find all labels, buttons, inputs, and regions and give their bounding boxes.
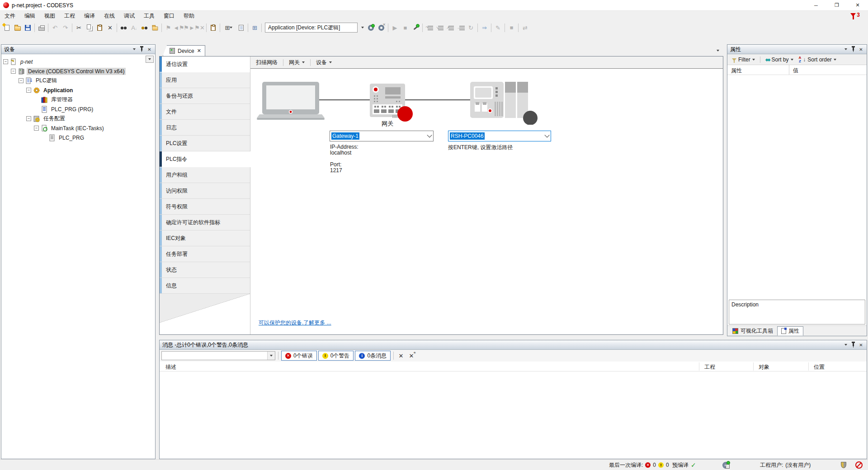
notification-funnel[interactable]: 3: [850, 12, 860, 18]
device-menu-button[interactable]: 设备: [312, 58, 336, 67]
show-next-statement-button[interactable]: ⇒: [479, 23, 490, 33]
nav-access-rights[interactable]: 访问权限: [160, 183, 250, 199]
device-security-link[interactable]: 可以保护您的设备.了解更多 ...: [259, 319, 331, 327]
tree-item-library-manager[interactable]: 库管理器: [1, 95, 155, 104]
edit-mode-status[interactable]: [855, 460, 863, 470]
new-object-button[interactable]: [236, 23, 246, 33]
step-into-button[interactable]: ↘: [434, 23, 445, 33]
nav-symbol-rights[interactable]: 符号权限: [160, 199, 250, 215]
menu-window[interactable]: 窗口: [159, 11, 179, 21]
clear-messages-button[interactable]: ✕: [396, 351, 406, 360]
nav-status[interactable]: 状态: [160, 262, 250, 278]
tree-item-task-pou[interactable]: PLC_PRG: [1, 133, 155, 142]
nav-licensed-software-metrics[interactable]: 确定许可证的软件指标: [160, 215, 250, 230]
properties-grid-button[interactable]: ⊞: [250, 23, 260, 33]
collapse-icon[interactable]: −: [3, 59, 8, 64]
tab-list-dropdown[interactable]: [714, 47, 722, 54]
collapse-icon[interactable]: −: [34, 126, 39, 131]
devices-view-dropdown[interactable]: [146, 56, 154, 63]
bookmark-clear-button[interactable]: ⚑✕: [194, 23, 205, 33]
nav-backup-restore[interactable]: 备份与还原: [160, 88, 250, 104]
tree-item-project[interactable]: − p-net: [1, 57, 155, 66]
logout-button[interactable]: [376, 23, 387, 33]
copy-button[interactable]: [84, 23, 94, 33]
redo-button[interactable]: ↷: [60, 23, 71, 33]
menu-online[interactable]: 在线: [99, 11, 119, 21]
devices-panel-pin-button[interactable]: [138, 46, 146, 53]
nav-information[interactable]: 信息: [160, 278, 250, 294]
tree-item-task-configuration[interactable]: − 任务配置: [1, 114, 155, 123]
clear-all-messages-button[interactable]: ✕✳: [407, 351, 416, 360]
security-status[interactable]: [841, 460, 846, 470]
filter-dropdown[interactable]: Filter: [730, 56, 757, 64]
refresh-button[interactable]: ⇄: [520, 23, 530, 33]
gateway-select[interactable]: Gateway-1: [330, 131, 434, 141]
nav-communication-settings[interactable]: 通信设置: [160, 56, 250, 72]
undo-button[interactable]: ↶: [50, 23, 60, 33]
device-select[interactable]: RSH-PC0046: [448, 131, 551, 141]
cut-button[interactable]: ✂: [74, 23, 84, 33]
run-to-cursor-button[interactable]: →: [455, 23, 466, 33]
tab-visualization-toolbox[interactable]: 可视化工具箱: [728, 326, 777, 336]
collapse-icon[interactable]: −: [19, 78, 24, 83]
watch-list-button[interactable]: ≡: [506, 23, 517, 33]
errors-filter-button[interactable]: ✕ 0个错误: [281, 351, 317, 361]
sort-order-dropdown[interactable]: AZ↓ Sort order: [797, 55, 838, 64]
find-button[interactable]: [118, 23, 129, 33]
bookmark-toggle-button[interactable]: ⚑: [163, 23, 174, 33]
messages-filter-button[interactable]: i 0条消息: [355, 351, 391, 361]
collapse-icon[interactable]: −: [26, 88, 31, 93]
gateway-menu-button[interactable]: 网关: [285, 58, 309, 67]
reset-button[interactable]: ↻: [466, 23, 476, 33]
active-application-selector[interactable]: Application [Device: PLC逻辑]: [265, 23, 358, 33]
incremental-find-button[interactable]: A↓: [129, 23, 139, 33]
messages-panel-close-button[interactable]: ✕: [857, 341, 865, 348]
new-project-button[interactable]: [2, 23, 12, 33]
nav-applications[interactable]: 应用: [160, 72, 250, 88]
tree-item-plc-logic[interactable]: − PLC逻辑: [1, 76, 155, 85]
menu-file[interactable]: 文件: [0, 11, 20, 21]
scan-network-button[interactable]: 扫描网络: [252, 58, 282, 67]
insert-table-dropdown[interactable]: ⊞: [222, 23, 236, 33]
tree-item-application[interactable]: − Application: [1, 85, 155, 95]
devices-panel-menu-button[interactable]: [130, 46, 138, 53]
tree-item-device[interactable]: − Device (CODESYS Control Win V3 x64): [1, 66, 155, 76]
breakpoint-settings-button[interactable]: [410, 23, 421, 33]
nav-files[interactable]: 文件: [160, 104, 250, 120]
maximize-button[interactable]: ❐: [826, 0, 847, 11]
stop-button[interactable]: ■: [400, 23, 410, 33]
step-over-button[interactable]: ↷: [424, 23, 434, 33]
message-category-combo[interactable]: [161, 351, 275, 360]
delete-button[interactable]: ✕: [105, 23, 115, 33]
nav-log[interactable]: 日志: [160, 120, 250, 136]
sort-by-dropdown[interactable]: ◆◆ Sort by: [764, 56, 795, 64]
messages-panel-pin-button[interactable]: [849, 341, 857, 348]
active-application-dropdown[interactable]: [359, 23, 366, 33]
find-objects-button[interactable]: [139, 23, 150, 33]
menu-debug[interactable]: 调试: [119, 11, 139, 21]
nav-iec-objects[interactable]: IEC对象: [160, 230, 250, 246]
tab-properties[interactable]: 属性: [777, 326, 803, 336]
collapse-icon[interactable]: −: [11, 69, 16, 74]
tree-item-plc-prg[interactable]: PLC_PRG (PRG): [1, 104, 155, 114]
tab-close-icon[interactable]: ✕: [197, 48, 201, 54]
menu-build[interactable]: 编译: [80, 11, 99, 21]
open-project-button[interactable]: [12, 23, 23, 33]
nav-plc-shell[interactable]: PLC指令: [160, 151, 250, 167]
nav-task-deployment[interactable]: 任务部署: [160, 246, 250, 262]
collapse-icon[interactable]: −: [26, 116, 31, 121]
write-values-button[interactable]: ✎: [493, 23, 503, 33]
nav-users-groups[interactable]: 用户和组: [160, 167, 250, 183]
menu-help[interactable]: 帮助: [179, 11, 199, 21]
properties-panel-pin-button[interactable]: [849, 46, 857, 53]
tree-item-maintask[interactable]: − MainTask (IEC-Tasks): [1, 123, 155, 133]
combo-dropdown-button[interactable]: [267, 352, 275, 360]
minimize-button[interactable]: ─: [806, 0, 826, 11]
print-button[interactable]: [36, 23, 47, 33]
menu-view[interactable]: 视图: [40, 11, 60, 21]
close-button[interactable]: ✕: [847, 0, 868, 11]
menu-project[interactable]: 工程: [60, 11, 80, 21]
paste-button[interactable]: [94, 23, 105, 33]
step-out-button[interactable]: ↗: [445, 23, 455, 33]
nav-plc-settings[interactable]: PLC设置: [160, 136, 250, 151]
